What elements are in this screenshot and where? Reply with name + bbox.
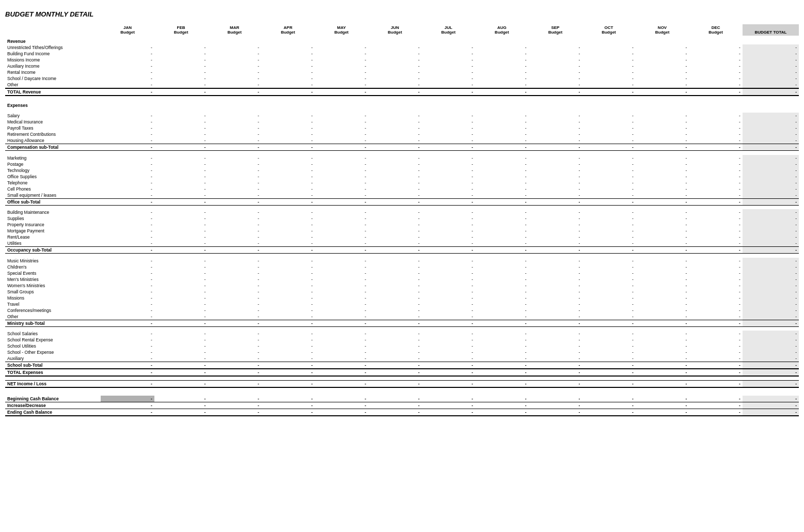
data-cell: - bbox=[208, 343, 261, 349]
data-cell: - bbox=[689, 320, 743, 326]
data-cell: - bbox=[208, 396, 261, 402]
data-cell: - bbox=[261, 192, 315, 199]
col-dec: DECBudget bbox=[689, 24, 743, 36]
data-cell: - bbox=[582, 331, 636, 337]
data-cell: - bbox=[368, 174, 422, 180]
data-cell: - bbox=[529, 409, 582, 416]
data-cell: - bbox=[689, 209, 743, 215]
data-cell: - bbox=[689, 289, 743, 295]
total-cell: - bbox=[743, 113, 799, 119]
data-cell: - bbox=[582, 307, 636, 314]
data-cell: - bbox=[154, 362, 208, 369]
data-cell: - bbox=[529, 119, 582, 125]
data-cell: - bbox=[529, 337, 582, 343]
data-cell: - bbox=[261, 307, 315, 314]
data-cell: - bbox=[529, 215, 582, 222]
total-cell: - bbox=[743, 198, 799, 205]
data-cell: - bbox=[582, 209, 636, 215]
data-cell: - bbox=[529, 276, 582, 283]
data-cell: - bbox=[368, 355, 422, 362]
row-label: Auxiliary bbox=[5, 355, 101, 362]
data-cell: - bbox=[154, 44, 208, 51]
data-cell: - bbox=[529, 155, 582, 161]
data-cell: - bbox=[314, 276, 368, 283]
row-label: Occupancy sub-Total bbox=[5, 247, 101, 254]
row-label: Supplies bbox=[5, 215, 101, 222]
data-cell: - bbox=[582, 167, 636, 174]
data-cell: - bbox=[261, 119, 315, 125]
data-cell: - bbox=[422, 186, 476, 192]
data-cell: - bbox=[314, 198, 368, 205]
data-cell: - bbox=[208, 331, 261, 337]
data-cell: - bbox=[368, 295, 422, 301]
data-cell: - bbox=[368, 63, 422, 69]
data-cell: - bbox=[529, 63, 582, 69]
total-cell: - bbox=[743, 222, 799, 228]
data-cell: - bbox=[529, 247, 582, 254]
data-cell: - bbox=[636, 349, 689, 355]
data-cell: - bbox=[689, 63, 743, 69]
data-cell: - bbox=[208, 270, 261, 276]
data-cell: - bbox=[314, 215, 368, 222]
total-cell: - bbox=[743, 192, 799, 199]
data-cell: - bbox=[208, 349, 261, 355]
data-cell: - bbox=[582, 343, 636, 349]
data-cell: - bbox=[582, 240, 636, 247]
data-cell: - bbox=[101, 155, 154, 161]
data-cell: - bbox=[689, 155, 743, 161]
data-cell: - bbox=[689, 247, 743, 254]
data-cell: - bbox=[208, 228, 261, 234]
data-cell: - bbox=[475, 276, 529, 283]
data-cell: - bbox=[314, 131, 368, 137]
data-cell: - bbox=[154, 343, 208, 349]
data-cell: - bbox=[154, 82, 208, 88]
col-apr: APRBudget bbox=[261, 24, 315, 36]
data-cell: - bbox=[689, 276, 743, 283]
total-cell: - bbox=[743, 314, 799, 320]
data-cell: - bbox=[261, 167, 315, 174]
data-cell: - bbox=[261, 301, 315, 307]
data-cell: - bbox=[314, 258, 368, 264]
total-cell: - bbox=[743, 283, 799, 289]
data-cell: - bbox=[261, 125, 315, 131]
data-cell: - bbox=[636, 155, 689, 161]
total-cell: - bbox=[743, 295, 799, 301]
data-cell: - bbox=[314, 396, 368, 402]
data-cell: - bbox=[475, 57, 529, 63]
data-cell: - bbox=[261, 186, 315, 192]
data-cell: - bbox=[529, 222, 582, 228]
data-cell: - bbox=[475, 320, 529, 326]
data-cell: - bbox=[582, 63, 636, 69]
data-cell: - bbox=[636, 380, 689, 387]
data-cell: - bbox=[636, 247, 689, 254]
page-title: BUDGET MONTHLY DETAIL bbox=[5, 10, 799, 18]
data-cell: - bbox=[422, 264, 476, 270]
data-cell: - bbox=[475, 234, 529, 240]
data-cell: - bbox=[154, 192, 208, 199]
data-cell: - bbox=[529, 161, 582, 167]
row-label: Music Ministries bbox=[5, 258, 101, 264]
data-cell: - bbox=[261, 314, 315, 320]
data-cell: - bbox=[261, 75, 315, 82]
data-cell: - bbox=[261, 380, 315, 387]
data-cell: - bbox=[529, 209, 582, 215]
data-cell: - bbox=[422, 380, 476, 387]
data-cell: - bbox=[368, 337, 422, 343]
data-cell: - bbox=[529, 343, 582, 349]
data-cell: - bbox=[422, 320, 476, 326]
data-cell: - bbox=[261, 295, 315, 301]
data-cell: - bbox=[101, 82, 154, 88]
data-cell: - bbox=[368, 186, 422, 192]
data-cell: - bbox=[422, 343, 476, 349]
total-cell: - bbox=[743, 258, 799, 264]
data-cell: - bbox=[208, 180, 261, 186]
data-cell: - bbox=[101, 215, 154, 222]
data-cell: - bbox=[154, 144, 208, 151]
data-cell: - bbox=[368, 209, 422, 215]
row-label: Ministry sub-Total bbox=[5, 320, 101, 326]
data-cell: - bbox=[261, 198, 315, 205]
data-cell: - bbox=[261, 180, 315, 186]
total-cell: - bbox=[743, 349, 799, 355]
data-cell: - bbox=[475, 240, 529, 247]
data-cell: - bbox=[529, 234, 582, 240]
